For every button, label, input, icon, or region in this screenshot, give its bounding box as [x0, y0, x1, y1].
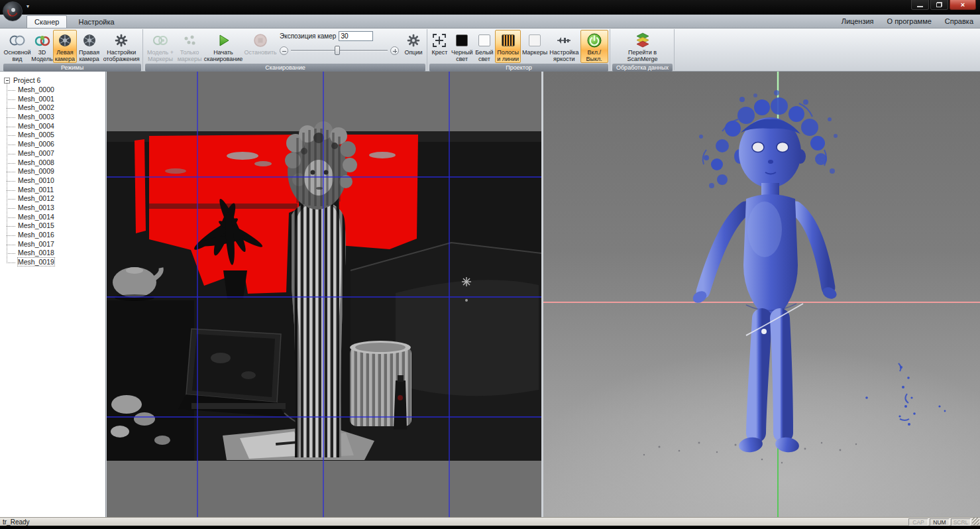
- quick-access-dropdown-icon[interactable]: ▾: [27, 3, 29, 9]
- tree-item[interactable]: Mesh_0018: [7, 249, 105, 258]
- tab-settings[interactable]: Настройка: [71, 16, 121, 28]
- ribbon: Основной вид 3D Модель Левая камера: [0, 29, 980, 72]
- markers-square-icon: [529, 32, 541, 49]
- collapse-icon[interactable]: [4, 78, 10, 84]
- restore-icon: [936, 2, 942, 7]
- group-projector: Крест Черный свет Белый свет Полосы и ли…: [428, 29, 610, 70]
- menu-license[interactable]: Лицензия: [842, 17, 874, 25]
- tree-item[interactable]: Mesh_0004: [7, 122, 105, 131]
- tab-scanner[interactable]: Сканер: [27, 15, 67, 28]
- exposure-input[interactable]: [339, 31, 373, 41]
- exposure-slider-thumb[interactable]: [335, 46, 340, 55]
- left-camera-button[interactable]: Левая камера: [53, 30, 77, 63]
- titlebar: ▾ ×: [0, 0, 980, 15]
- tree-item[interactable]: Mesh_0010: [7, 176, 105, 186]
- tree-item[interactable]: Mesh_0016: [7, 231, 105, 240]
- bottom-strip: [0, 526, 980, 529]
- ribbon-tab-row: Сканер Настройка Лицензия О программе Сп…: [0, 15, 980, 29]
- main-content: Project 6 Mesh_0000Mesh_0001Mesh_0002Mes…: [0, 72, 980, 517]
- app-logo-icon[interactable]: [3, 1, 23, 21]
- tree-item[interactable]: Mesh_0001: [7, 95, 105, 104]
- stop-icon: [252, 32, 268, 49]
- model-markers-button: Модель + Маркеры: [145, 30, 176, 63]
- num-indicator: NUM: [930, 518, 950, 526]
- cross-button[interactable]: Крест: [429, 30, 450, 63]
- menu-about[interactable]: О программе: [887, 17, 932, 25]
- brightness-button[interactable]: Настройка яркости: [549, 30, 579, 63]
- play-icon: [215, 32, 231, 49]
- tree-item[interactable]: Mesh_0005: [7, 131, 105, 140]
- stripes-lines-button[interactable]: Полосы и линии: [495, 30, 521, 63]
- markers-only-button: Только маркеры: [176, 30, 203, 63]
- tree-item[interactable]: Mesh_0014: [7, 213, 105, 222]
- brightness-slider-icon: [555, 32, 572, 49]
- group-label-projector: Проектор: [429, 64, 608, 72]
- white-light-button[interactable]: Белый свет: [474, 30, 494, 63]
- options-button[interactable]: Опции: [402, 30, 425, 63]
- camera-viewport: [107, 72, 541, 517]
- model-3d-button[interactable]: 3D Модель: [32, 30, 52, 63]
- tree-item[interactable]: Mesh_0012: [7, 194, 105, 204]
- close-icon: ×: [961, 1, 965, 9]
- restore-button[interactable]: [930, 0, 948, 10]
- display-settings-button[interactable]: Настройки отображения: [101, 30, 141, 63]
- close-button[interactable]: ×: [950, 0, 976, 10]
- project-tree-panel: Project 6 Mesh_0000Mesh_0001Mesh_0002Mes…: [0, 72, 106, 517]
- minimize-icon: [917, 6, 923, 7]
- exposure-decrease-button[interactable]: [280, 46, 288, 55]
- minimize-button[interactable]: [911, 0, 929, 10]
- white-square-icon: [478, 32, 490, 49]
- tree-item[interactable]: Mesh_0019: [7, 258, 105, 267]
- exposure-slider-track[interactable]: [291, 50, 388, 52]
- go-scanmerge-button[interactable]: Перейти в ScanMerge: [613, 30, 673, 63]
- tree-item[interactable]: Mesh_0007: [7, 149, 105, 158]
- left-camera-icon: [57, 32, 73, 49]
- tree-item[interactable]: Mesh_0017: [7, 240, 105, 249]
- tree-root-label: Project 6: [13, 76, 40, 84]
- scanmerge-layers-icon: [634, 32, 651, 49]
- tree-item[interactable]: Mesh_0000: [7, 86, 105, 95]
- stop-scan-button: Остановить: [244, 30, 277, 63]
- main-view-icon: [9, 32, 26, 49]
- crosshair-icon: [431, 32, 447, 49]
- start-scan-button[interactable]: Начать сканирование: [203, 30, 243, 63]
- gear-icon: [113, 32, 129, 49]
- group-label-processing: Обработка данных: [612, 64, 673, 72]
- exposure-block: Экспозиция камер: [278, 30, 401, 63]
- main-view-button[interactable]: Основной вид: [3, 30, 31, 63]
- markers-only-icon: [182, 32, 197, 49]
- exposure-label: Экспозиция камер: [280, 32, 336, 40]
- model-3d-render: [543, 72, 980, 517]
- tree-root[interactable]: Project 6: [0, 72, 105, 86]
- tree-item[interactable]: Mesh_0015: [7, 221, 105, 231]
- group-label-scanning: Сканирование: [145, 64, 425, 72]
- status-text: tr_Ready: [3, 518, 30, 526]
- app-window: ▾ × Сканер Настройка Лицензия О программ…: [0, 0, 980, 529]
- group-label-modes: Режимы: [3, 64, 141, 72]
- tree-item[interactable]: Mesh_0008: [7, 158, 105, 168]
- menu-help[interactable]: Справка: [945, 17, 973, 25]
- options-gear-icon: [406, 32, 421, 49]
- tree-item[interactable]: Mesh_0006: [7, 140, 105, 149]
- doll-mesh: [690, 90, 838, 453]
- tree-children: Mesh_0000Mesh_0001Mesh_0002Mesh_0003Mesh…: [7, 86, 105, 267]
- tree-item[interactable]: Mesh_0002: [7, 103, 105, 113]
- tree-item[interactable]: Mesh_0009: [7, 167, 105, 176]
- window-controls: ×: [911, 0, 976, 10]
- group-modes: Основной вид 3D Модель Левая камера: [2, 29, 143, 70]
- black-light-button[interactable]: Черный свет: [451, 30, 473, 63]
- exposure-increase-button[interactable]: [390, 46, 399, 55]
- projector-on-off-button[interactable]: Вкл./Выкл.: [580, 30, 609, 63]
- top-right-menu: Лицензия О программе Справка: [842, 17, 973, 25]
- resize-grip-icon[interactable]: [972, 518, 979, 525]
- keyboard-indicators: CAP NUM SCRL: [908, 518, 971, 526]
- tree-item[interactable]: Mesh_0003: [7, 113, 105, 122]
- model-3d-viewport[interactable]: [543, 72, 980, 517]
- marker-sparkle: [462, 277, 471, 286]
- tree-item[interactable]: Mesh_0013: [7, 204, 105, 213]
- statusbar: tr_Ready CAP NUM SCRL: [0, 517, 980, 526]
- tree-item[interactable]: Mesh_0011: [7, 186, 105, 195]
- camera-image: [107, 72, 541, 517]
- right-camera-button[interactable]: Правая камера: [78, 30, 101, 63]
- projector-markers-button[interactable]: Маркеры: [521, 30, 548, 63]
